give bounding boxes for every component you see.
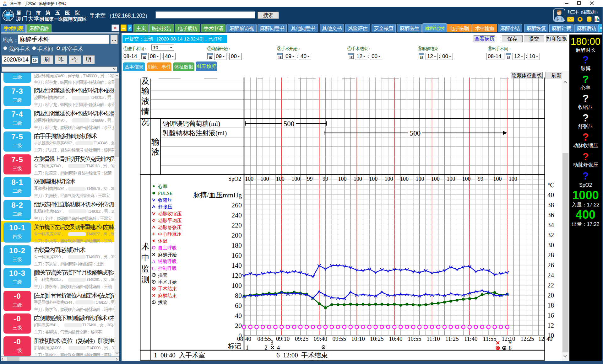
svg-text:心率: 心率 — [158, 184, 167, 189]
svg-text:80: 80 — [235, 292, 242, 299]
svg-text:输: 输 — [141, 86, 149, 95]
svg-text:40: 40 — [245, 335, 251, 342]
svg-text:120: 120 — [231, 271, 242, 279]
svg-text:240: 240 — [231, 211, 242, 219]
svg-text:22: 22 — [547, 281, 554, 289]
svg-text:输: 输 — [151, 137, 160, 147]
svg-text:监: 监 — [141, 264, 149, 273]
svg-text:20: 20 — [235, 322, 242, 329]
svg-text:A: A — [152, 259, 156, 265]
svg-text:16: 16 — [547, 312, 554, 319]
svg-text:情: 情 — [141, 107, 149, 116]
svg-text:09:55: 09:55 — [333, 335, 346, 342]
svg-text:辅助呼吸: 辅助呼吸 — [158, 259, 177, 264]
svg-text:中: 中 — [141, 253, 149, 262]
svg-text:26: 26 — [547, 261, 554, 269]
svg-text:11:55: 11:55 — [483, 335, 497, 342]
svg-text:100: 100 — [509, 176, 517, 182]
svg-text:9: 9 — [509, 339, 512, 345]
svg-text:500: 500 — [284, 120, 295, 128]
svg-text:220: 220 — [231, 221, 242, 229]
svg-text:麻醉结束: 麻醉结束 — [158, 293, 177, 298]
svg-text:PULSE: PULSE — [158, 191, 172, 196]
svg-text:12:25: 12:25 — [520, 335, 534, 342]
svg-text:40: 40 — [235, 312, 242, 319]
svg-text:液: 液 — [141, 97, 149, 106]
svg-text:32: 32 — [547, 231, 554, 239]
svg-text:C: C — [152, 265, 155, 271]
svg-text:100: 100 — [338, 176, 346, 182]
svg-text:160: 160 — [231, 251, 242, 259]
svg-text:钠钾镁钙葡萄糖(ml): 钠钾镁钙葡萄糖(ml) — [162, 120, 220, 127]
svg-text:11:10: 11:10 — [426, 335, 440, 342]
svg-text:99: 99 — [323, 176, 328, 182]
svg-text:09:10: 09:10 — [276, 335, 290, 342]
svg-text:500: 500 — [410, 129, 421, 137]
svg-text:09:40: 09:40 — [314, 335, 327, 342]
svg-text:插管: 插管 — [158, 273, 167, 278]
svg-text:140: 140 — [231, 261, 242, 269]
svg-text:液: 液 — [151, 147, 160, 157]
svg-text:180: 180 — [231, 241, 242, 249]
svg-text:100: 100 — [291, 176, 300, 182]
svg-text:SpO2: SpO2 — [228, 176, 241, 182]
svg-text:100: 100 — [260, 176, 269, 182]
svg-text:10:10: 10:10 — [351, 335, 365, 342]
svg-text:100: 100 — [231, 281, 242, 289]
svg-text:标记: 标记 — [228, 342, 241, 350]
svg-text:动脉平均压: 动脉平均压 — [158, 218, 182, 223]
svg-text:自主呼吸: 自主呼吸 — [158, 245, 177, 250]
svg-text:28: 28 — [547, 251, 554, 259]
svg-text:60: 60 — [235, 302, 242, 309]
svg-text:体温: 体温 — [158, 238, 167, 244]
svg-text:测: 测 — [141, 275, 149, 284]
svg-text:12: 12 — [547, 322, 554, 329]
svg-text:100: 100 — [354, 176, 362, 182]
svg-text:6 12:00 手术结束: 6 12:00 手术结束 — [276, 351, 328, 359]
svg-text:麻醉开始: 麻醉开始 — [158, 252, 177, 257]
svg-text:30: 30 — [547, 241, 554, 249]
svg-text:09:25: 09:25 — [295, 335, 308, 342]
svg-text:10:55: 10:55 — [408, 335, 421, 342]
svg-text:3: 3 — [271, 340, 274, 346]
svg-text:11:25: 11:25 — [445, 335, 459, 342]
svg-text:100: 100 — [416, 176, 424, 182]
svg-text:控制呼吸: 控制呼吸 — [158, 265, 177, 271]
svg-text:动脉舒张压: 动脉舒张压 — [158, 225, 182, 230]
svg-text:收缩压: 收缩压 — [158, 198, 172, 203]
svg-text:10:25: 10:25 — [370, 335, 383, 342]
svg-text:乳酸钠林格注射液(ml): 乳酸钠林格注射液(ml) — [162, 129, 227, 137]
svg-text:08:55: 08:55 — [257, 335, 271, 342]
svg-text:260: 260 — [231, 201, 242, 209]
svg-text:术: 术 — [141, 242, 149, 251]
svg-text:100: 100 — [447, 176, 455, 182]
svg-text:中心静脉压: 中心静脉压 — [158, 231, 182, 237]
svg-text:舒张压: 舒张压 — [158, 204, 172, 209]
svg-text:℃: ℃ — [547, 182, 554, 189]
svg-text:40: 40 — [546, 335, 552, 342]
svg-text:100: 100 — [385, 176, 393, 182]
svg-text:20: 20 — [547, 292, 554, 299]
svg-text:手术结束: 手术结束 — [158, 286, 177, 291]
svg-text:11:40: 11:40 — [464, 335, 478, 342]
svg-text:及: 及 — [141, 77, 149, 86]
svg-text:拔管: 拔管 — [158, 300, 167, 305]
svg-text:18: 18 — [547, 302, 554, 309]
svg-text:12:10: 12:10 — [502, 335, 515, 342]
svg-text:100: 100 — [462, 176, 471, 182]
svg-text:36: 36 — [547, 211, 554, 219]
svg-text:1 08:40 入手术室: 1 08:40 入手术室 — [154, 351, 205, 359]
svg-text:况: 况 — [141, 117, 149, 126]
svg-text:手术开始: 手术开始 — [158, 280, 177, 285]
svg-text:24: 24 — [547, 271, 554, 279]
svg-text:10:40: 10:40 — [389, 335, 402, 342]
svg-text:4: 4 — [277, 345, 280, 351]
svg-text:2: 2 — [265, 345, 268, 351]
svg-text:脉搏/血压mmHg: 脉搏/血压mmHg — [193, 191, 242, 199]
svg-text:8: 8 — [509, 345, 512, 351]
svg-text:200: 200 — [231, 231, 242, 239]
svg-text:100: 100 — [369, 176, 378, 182]
svg-text:100: 100 — [493, 176, 502, 182]
svg-text:12: 12 — [538, 335, 544, 342]
svg-text:38: 38 — [547, 201, 554, 209]
